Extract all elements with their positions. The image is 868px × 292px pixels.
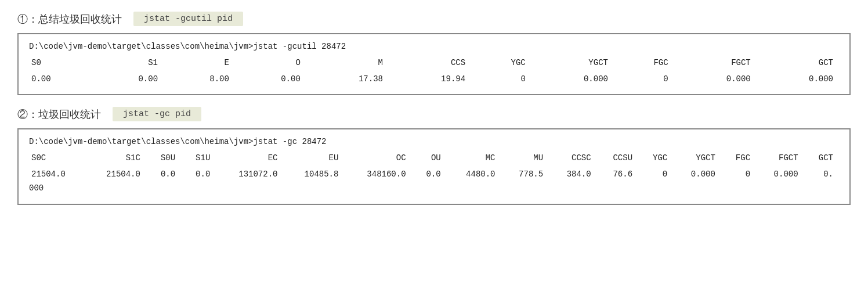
gc-col-data: 0.000 [673,167,721,182]
gcutil-table-header-row: S0S1EOMCCSYGCYGCTFGCFGCTGCT [29,56,839,71]
section-gcutil-command: jstat -gcutil pid [133,12,243,26]
gc-col-header: EC [216,152,283,167]
gc-col-header: MC [447,152,501,167]
gc-col-data: 76.6 [597,167,638,182]
gc-col-data: 10485.8 [283,167,344,182]
gcutil-col-data: 0 [614,71,674,86]
gcutil-col-header: CCS [389,56,471,71]
gc-col-header: S0U [146,152,181,167]
gcutil-col-data: 17.38 [306,71,389,86]
section-gcutil-header: ①：总结垃圾回收统计 jstat -gcutil pid [17,12,851,26]
gc-col-data: 0.0 [146,167,181,182]
gcutil-col-data: 0.000 [531,71,614,86]
gc-cmd-line: D:\code\jvm-demo\target\classes\com\heim… [29,135,839,149]
gcutil-col-header: YGCT [531,56,614,71]
gcutil-col-data: 0.00 [235,71,306,86]
gc-col-header: S1C [85,152,146,167]
gcutil-cmd-line: D:\code\jvm-demo\target\classes\com\heim… [29,40,839,54]
gcutil-col-header: FGC [614,56,674,71]
gc-col-header: S1U [181,152,216,167]
gc-col-data: 21504.0 [29,167,85,182]
gcutil-col-header: E [164,56,235,71]
gcutil-col-data: 8.00 [164,71,235,86]
gc-col-header: CCSC [549,152,597,167]
gcutil-col-header: FGCT [674,56,757,71]
gc-col-header: EU [283,152,344,167]
gc-col-header: YGC [638,152,673,167]
gcutil-col-header: S1 [92,56,164,71]
gc-col-header: CCSU [597,152,638,167]
section-gc-command: jstat -gc pid [113,107,201,121]
gc-col-data: 778.5 [501,167,549,182]
gc-col-data: 4480.0 [447,167,501,182]
gcutil-table-data-row: 0.000.008.000.0017.3819.9400.00000.0000.… [29,71,839,86]
gcutil-col-data: 19.94 [389,71,471,86]
gcutil-col-data: 0.00 [92,71,164,86]
section-gcutil: ①：总结垃圾回收统计 jstat -gcutil pid D:\code\jvm… [17,12,851,95]
gc-col-header: FGC [721,152,756,167]
section-gc-header: ②：垃圾回收统计 jstat -gc pid [17,107,851,121]
section-gc-title: ②：垃圾回收统计 [17,107,101,121]
gcutil-col-header: S0 [29,56,92,71]
gc-col-data: 0 [721,167,756,182]
gc-table: S0CS1CS0US1UECEUOCOUMCMUCCSCCCSUYGCYGCTF… [29,152,839,182]
gc-overflow-data: 000 [29,182,839,196]
gcutil-col-data: 0.000 [757,71,839,86]
gc-col-data: 0 [638,167,673,182]
gc-col-header: OC [344,152,411,167]
gcutil-col-data: 0 [471,71,531,86]
gcutil-col-header: M [306,56,389,71]
gc-col-header: YGCT [673,152,721,167]
gc-col-data: 348160.0 [344,167,411,182]
gcutil-col-data: 0.00 [29,71,92,86]
gc-table-data-row: 21504.021504.00.00.0131072.010485.834816… [29,167,839,182]
gcutil-col-header: YGC [471,56,531,71]
gcutil-col-header: GCT [757,56,839,71]
gcutil-col-data: 0.000 [674,71,757,86]
gc-col-data: 21504.0 [85,167,146,182]
gcutil-col-header: O [235,56,306,71]
section-gcutil-terminal: D:\code\jvm-demo\target\classes\com\heim… [17,33,851,95]
gc-col-header: S0C [29,152,85,167]
gc-col-data: 0.000 [756,167,804,182]
gc-table-header-row: S0CS1CS0US1UECEUOCOUMCMUCCSCCCSUYGCYGCTF… [29,152,839,167]
gc-col-header: OU [412,152,447,167]
gc-col-data: 0.0 [412,167,447,182]
gc-col-data: 0.0 [181,167,216,182]
gc-col-header: FGCT [756,152,804,167]
gc-col-header: GCT [804,152,839,167]
gc-col-data: 384.0 [549,167,597,182]
section-gcutil-title: ①：总结垃圾回收统计 [17,12,122,26]
gc-col-data: 131072.0 [216,167,283,182]
section-gc-terminal: D:\code\jvm-demo\target\classes\com\heim… [17,128,851,204]
section-gc: ②：垃圾回收统计 jstat -gc pid D:\code\jvm-demo\… [17,107,851,204]
gc-col-data: 0. [804,167,839,182]
gcutil-table: S0S1EOMCCSYGCYGCTFGCFGCTGCT 0.000.008.00… [29,56,839,86]
gc-col-header: MU [501,152,549,167]
